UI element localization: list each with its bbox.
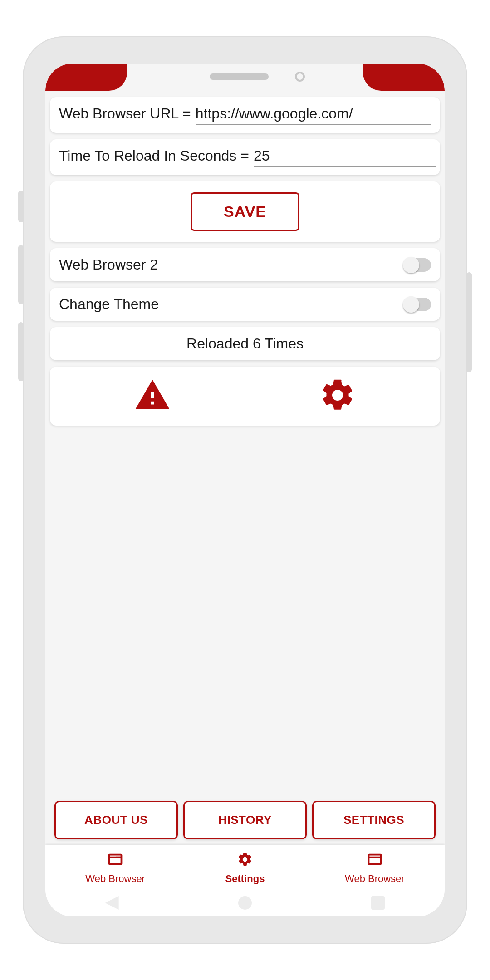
status-bar xyxy=(45,64,445,91)
volume-button xyxy=(18,191,24,222)
url-input[interactable] xyxy=(196,105,431,125)
nav-label: Web Browser xyxy=(345,873,405,885)
web-browser-2-label: Web Browser 2 xyxy=(59,256,158,273)
url-card: Web Browser URL = xyxy=(50,97,440,133)
settings-button[interactable]: SETTINGS xyxy=(312,801,436,839)
change-theme-row: Change Theme xyxy=(50,288,440,321)
reload-time-input[interactable] xyxy=(254,147,436,167)
reload-count-card: Reloaded 6 Times xyxy=(50,327,440,360)
nav-web-browser-right[interactable]: Web Browser xyxy=(345,851,405,885)
settings-content: Web Browser URL = Time To Reload In Seco… xyxy=(45,91,445,845)
bottom-nav: Web Browser Settings Web Browser xyxy=(45,845,445,889)
gear-icon xyxy=(237,851,253,870)
icon-card xyxy=(50,367,440,426)
gear-icon[interactable] xyxy=(319,377,356,416)
reload-time-label: Time To Reload In Seconds = xyxy=(59,147,249,164)
web-browser-2-toggle[interactable] xyxy=(404,258,431,272)
volume-button xyxy=(18,245,24,304)
history-button[interactable]: HISTORY xyxy=(183,801,307,839)
power-button xyxy=(466,272,472,372)
warning-icon[interactable] xyxy=(134,377,171,416)
save-card: SAVE xyxy=(50,181,440,242)
svg-rect-0 xyxy=(109,855,122,864)
svg-rect-2 xyxy=(368,855,381,864)
recents-icon[interactable] xyxy=(371,896,385,910)
volume-button xyxy=(18,322,24,381)
phone-screen: Web Browser URL = Time To Reload In Seco… xyxy=(45,64,445,916)
nav-settings[interactable]: Settings xyxy=(225,851,265,885)
about-us-button[interactable]: ABOUT US xyxy=(54,801,178,839)
nav-label: Web Browser xyxy=(85,873,145,885)
save-button[interactable]: SAVE xyxy=(191,192,299,231)
bottom-button-row: ABOUT US HISTORY SETTINGS xyxy=(50,801,440,845)
nav-web-browser-left[interactable]: Web Browser xyxy=(85,851,145,885)
back-icon[interactable] xyxy=(105,896,119,910)
url-label: Web Browser URL = xyxy=(59,105,191,122)
web-browser-2-row: Web Browser 2 xyxy=(50,248,440,281)
change-theme-toggle[interactable] xyxy=(404,298,431,311)
home-icon[interactable] xyxy=(238,896,252,910)
change-theme-label: Change Theme xyxy=(59,296,159,313)
android-nav-bar xyxy=(45,889,445,916)
browser-icon xyxy=(367,851,383,870)
nav-label: Settings xyxy=(225,873,265,885)
browser-icon xyxy=(107,851,123,870)
reload-time-card: Time To Reload In Seconds = xyxy=(50,139,440,175)
phone-frame: Web Browser URL = Time To Reload In Seco… xyxy=(23,36,467,944)
reload-count-text: Reloaded 6 Times xyxy=(186,335,304,352)
